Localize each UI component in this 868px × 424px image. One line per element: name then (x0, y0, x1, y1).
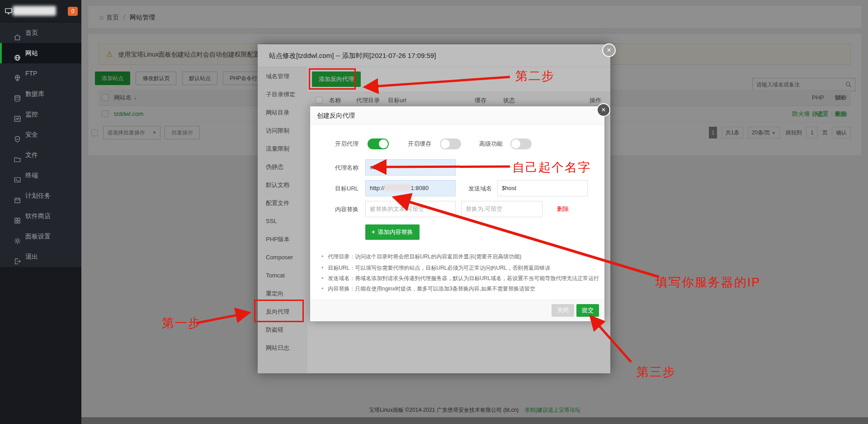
dialog-submit-button[interactable]: 提交 (576, 304, 599, 317)
baota-panel-window: 0 首页 网站 FTP 数据库 监控 (0, 0, 868, 424)
calendar-icon (14, 192, 21, 200)
note-content-replace: •内容替换：只能在使用nginx时提供，最多可以添加3条替换内容,如果不需要替换… (321, 285, 535, 293)
enable-cache-toggle[interactable] (440, 138, 461, 149)
monitor-logo-icon (5, 7, 13, 15)
annotation-step1: 第一步 (162, 315, 201, 331)
sidebar-item-settings[interactable]: 面板设置 (0, 226, 81, 247)
sidebar-item-files[interactable]: 文件 (0, 145, 81, 165)
dialog-title: 创建反向代理 (310, 106, 604, 124)
message-count-badge[interactable]: 0 (68, 7, 78, 16)
create-reverse-proxy-dialog: 创建反向代理 开启代理 开启缓存 高级功能 代理名称 目标URL http://… (310, 106, 604, 321)
modal-close-icon[interactable]: × (602, 43, 616, 57)
annotation-ip-tip: 填写你服务器的IP (656, 274, 761, 291)
sidebar-item-logout[interactable]: 退出 (0, 247, 81, 267)
proxy-name-label: 代理名称 (335, 163, 359, 172)
target-url-label: 目标URL (335, 184, 359, 193)
store-grid-icon (14, 212, 21, 220)
dialog-footer: 关闭 提交 (310, 300, 604, 321)
shield-icon (14, 131, 21, 138)
enable-cache-label: 开启缓存 (408, 139, 431, 148)
home-icon (14, 29, 21, 37)
annotation-step3: 第三步 (637, 364, 676, 380)
sidebar-item-home[interactable]: 首页 (0, 23, 81, 43)
note-proxy-dir: •代理目录：访问这个目录时将会把目标URL的内容返回并显示(需要开启高级功能) (321, 253, 521, 261)
target-url-field[interactable]: http://1:8080 (365, 180, 456, 196)
logout-icon (14, 253, 21, 261)
monitor-chart-icon (14, 110, 21, 118)
sidebar-item-monitor[interactable]: 监控 (0, 104, 81, 124)
proxy-name-input[interactable] (370, 160, 451, 175)
sidebar-item-security[interactable]: 安全 (0, 124, 81, 145)
proxy-name-field (365, 159, 456, 176)
censored-server-ip (385, 184, 411, 191)
sidebar-item-database[interactable]: 数据库 (0, 84, 81, 104)
sidebar-item-appstore[interactable]: 软件商店 (0, 206, 81, 226)
send-domain-label: 发送域名 (468, 184, 492, 193)
dialog-close-icon[interactable]: × (597, 103, 610, 117)
plus-icon: + (372, 229, 375, 235)
sidebar-item-terminal[interactable]: 终端 (0, 165, 81, 186)
annotation-name-tip: 自己起个名字 (512, 159, 591, 176)
logo-bar: 0 (0, 0, 81, 22)
replace-from-field (365, 201, 456, 217)
annotation-step2: 第二步 (515, 68, 555, 84)
enable-proxy-toggle[interactable] (368, 138, 389, 149)
add-content-replace-button[interactable]: +添加内容替换 (365, 224, 420, 240)
dialog-close-button[interactable]: 关闭 (552, 304, 574, 317)
content-replace-label: 内容替换 (335, 205, 359, 214)
censored-server-name (13, 6, 56, 16)
annotation-box-reverse-proxy (254, 300, 304, 322)
sidebar-menu: 首页 网站 FTP 数据库 监控 安全 (0, 23, 81, 267)
sidebar-item-website[interactable]: 网站 (0, 43, 81, 63)
app-sidebar: 0 首页 网站 FTP 数据库 监控 (0, 0, 81, 424)
globe-icon (14, 49, 21, 57)
folder-icon (14, 151, 21, 159)
send-domain-field (497, 180, 588, 196)
ftp-icon (14, 70, 21, 77)
sidebar-item-cron[interactable]: 计划任务 (0, 186, 81, 206)
advanced-label: 高级功能 (479, 139, 503, 148)
terminal-icon (14, 172, 21, 179)
send-domain-input[interactable] (502, 181, 583, 195)
annotation-box-add-proxy (309, 68, 356, 90)
advanced-toggle[interactable] (510, 138, 532, 149)
enable-proxy-label: 开启代理 (335, 139, 359, 148)
delete-replace-link[interactable]: 删除 (557, 205, 569, 213)
database-icon (14, 90, 21, 98)
note-send-domain: •发送域名：将域名添加到请求头传递到代理服务器，默认为目标URL域名，若设置不当… (321, 275, 599, 282)
replace-to-input[interactable] (466, 202, 538, 216)
replace-from-input[interactable] (370, 202, 451, 216)
sidebar-item-ftp[interactable]: FTP (0, 63, 81, 84)
note-target-url: •目标URL：可以填写你需要代理的站点，目标URL必须为可正常访问的URL，否则… (321, 264, 550, 272)
replace-to-field (461, 201, 542, 217)
gear-icon (14, 233, 21, 240)
